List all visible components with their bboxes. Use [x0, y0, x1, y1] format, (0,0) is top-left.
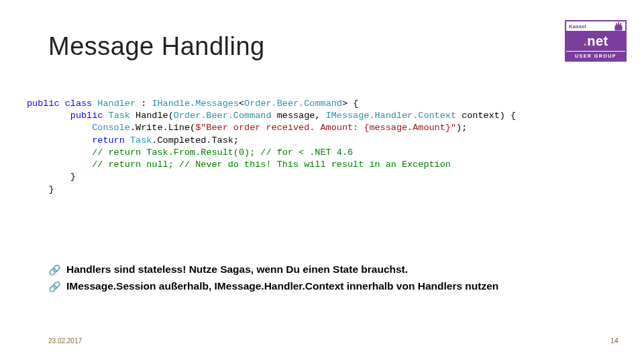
logo: Kassel .net USER GROUP	[565, 20, 627, 62]
bullet-item: 🔗 Handlers sind stateless! Nutze Sagas, …	[48, 263, 617, 277]
kw-public: public	[27, 99, 60, 109]
string-literal: $"Beer order received. Amount: {message.…	[195, 123, 456, 133]
type-iface: IHandle.Messages	[152, 99, 239, 109]
code-text: message,	[272, 111, 326, 121]
bullet-rest-a: außerhalb,	[156, 280, 215, 292]
bullet-prefix: Handlers	[66, 263, 111, 275]
code-text: .Completed.Task;	[152, 135, 239, 145]
type-cmd: Order.Beer.Command	[244, 99, 342, 109]
type-cmd: Order.Beer.Command	[174, 111, 272, 121]
bullet-list: 🔗 Handlers sind stateless! Nutze Sagas, …	[48, 263, 617, 297]
code-text: Handle(	[130, 111, 174, 121]
bullet-text: IMessage.Session außerhalb, IMessage.Han…	[66, 280, 498, 294]
code-text: );	[456, 123, 467, 133]
monument-icon	[613, 21, 624, 32]
code-text: :	[136, 99, 152, 109]
type-console: Console	[92, 123, 130, 133]
logo-city: Kassel	[569, 23, 586, 29]
bullet-mid: IMessage.Handler.Context	[215, 280, 344, 292]
link-icon: 🔗	[48, 280, 61, 294]
logo-bottom: USER GROUP	[566, 51, 625, 60]
code-text: .Write.Line(	[130, 123, 195, 133]
slide-title: Message Handling	[48, 32, 265, 61]
bullet-item: 🔗 IMessage.Session außerhalb, IMessage.H…	[48, 280, 617, 294]
footer-page-number: 14	[610, 337, 619, 345]
brace-close: }	[48, 184, 54, 194]
logo-net: net	[587, 34, 608, 49]
type-ctx: IMessage.Handler.Context	[326, 111, 456, 121]
footer-date: 23.02.2017	[48, 337, 82, 345]
bullet-prefix: IMessage.Session	[66, 280, 156, 292]
comment-line: // return Task.From.Result(0); // for < …	[92, 147, 353, 158]
type-handler: Handler	[97, 99, 136, 109]
code-text: context) {	[456, 111, 516, 121]
logo-top-row: Kassel	[566, 21, 625, 31]
kw-class: class	[65, 99, 93, 109]
brace-close: }	[70, 172, 76, 182]
type-task: Task	[130, 135, 152, 145]
code-block: public class Handler : IHandle.Messages<…	[27, 98, 624, 196]
type-task: Task	[109, 111, 130, 121]
kw-public: public	[70, 111, 103, 121]
comment-line: // return null; // Never do this! This w…	[92, 160, 451, 170]
kw-return: return	[92, 135, 125, 145]
link-icon: 🔗	[48, 263, 61, 277]
bullet-text: Handlers sind stateless! Nutze Sagas, we…	[66, 263, 408, 277]
bullet-rest: sind stateless! Nutze Sagas, wenn Du ein…	[111, 263, 408, 275]
slide: Message Handling Kassel .net USER GROUP …	[0, 0, 644, 362]
code-text: <	[239, 99, 244, 109]
logo-mid: .net	[566, 31, 625, 51]
code-text: > {	[342, 99, 358, 109]
bullet-rest-b: innerhalb von Handlers nutzen	[344, 280, 499, 292]
